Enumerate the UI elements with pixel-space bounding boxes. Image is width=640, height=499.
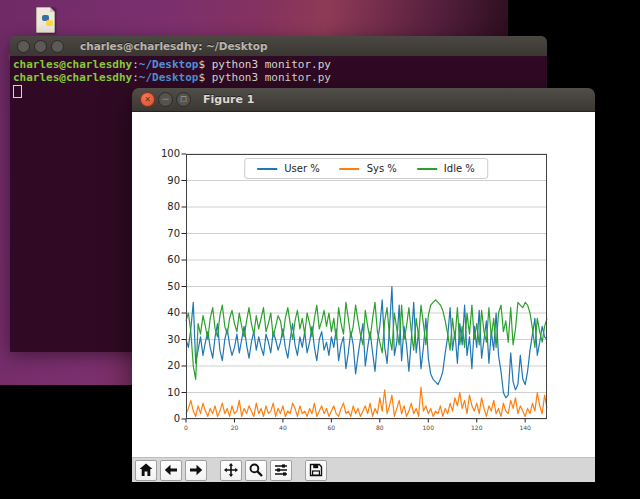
prompt-path: ~/Desktop [139, 58, 199, 71]
x-tick-label: 80 [372, 424, 388, 431]
figure-close-icon[interactable]: ✕ [140, 92, 155, 107]
sys-series-line [186, 387, 547, 416]
figure-window: ✕ — □ Figure 1 0102030405060708090100 02… [132, 88, 595, 481]
figure-canvas[interactable]: 0102030405060708090100 02040608010012014… [132, 112, 595, 457]
save-floppy-icon [309, 463, 323, 477]
prompt-separator: : [132, 58, 139, 71]
python-file-icon[interactable] [34, 7, 56, 34]
back-arrow-icon [164, 463, 178, 477]
terminal-close-icon[interactable] [17, 40, 30, 53]
legend-label: Idle % [444, 163, 475, 174]
legend-line-swatch [257, 168, 277, 170]
x-tick-label: 60 [323, 424, 339, 431]
home-button[interactable] [135, 460, 157, 481]
line-chart[interactable] [186, 154, 547, 419]
file-page-shape [36, 7, 55, 33]
user-series-line [186, 287, 547, 398]
sliders-icon [274, 463, 288, 477]
legend-line-swatch [340, 168, 360, 170]
figure-maximize-icon[interactable]: □ [176, 92, 191, 107]
y-tick-label: 40 [152, 307, 180, 319]
y-tick-label: 80 [152, 201, 180, 213]
y-tick-label: 50 [152, 281, 180, 293]
prompt-separator: : [132, 71, 139, 84]
matplotlib-toolbar [132, 457, 595, 482]
y-tick-label: 0 [152, 413, 180, 425]
back-button[interactable] [160, 460, 182, 481]
x-tick-label: 20 [226, 424, 242, 431]
pan-button[interactable] [220, 460, 242, 481]
legend-item: Idle % [417, 163, 475, 174]
desktop-screen: n charles@charlesdhy: ~/Desktop charles@… [0, 0, 640, 499]
command-text: python3 monitor.py [205, 58, 331, 71]
legend-label: User % [284, 163, 319, 174]
forward-button[interactable] [185, 460, 207, 481]
terminal-titlebar[interactable]: charles@charlesdhy: ~/Desktop [10, 36, 547, 56]
chart-legend: User %Sys %Idle % [244, 158, 488, 179]
terminal-maximize-icon[interactable] [51, 40, 64, 53]
configure-subplots-button[interactable] [270, 460, 292, 481]
home-icon [139, 463, 153, 477]
python-logo-icon [42, 15, 53, 26]
y-tick-label: 100 [152, 148, 180, 160]
x-tick-label: 0 [178, 424, 194, 431]
figure-title: Figure 1 [203, 93, 254, 106]
x-tick-label: 100 [420, 424, 436, 431]
prompt-user: charles@charlesdhy [13, 71, 132, 84]
terminal-prompt-line: charles@charlesdhy:~/Desktop$ python3 mo… [13, 71, 547, 84]
x-tick-label: 140 [517, 424, 533, 431]
terminal-title: charles@charlesdhy: ~/Desktop [80, 40, 268, 52]
pan-move-icon [224, 463, 238, 477]
y-tick-label: 70 [152, 228, 180, 240]
prompt-user: charles@charlesdhy [13, 58, 132, 71]
terminal-minimize-icon[interactable] [34, 40, 47, 53]
legend-item: User % [257, 163, 319, 174]
legend-line-swatch [417, 168, 437, 170]
legend-item: Sys % [340, 163, 397, 174]
x-tick-label: 40 [275, 424, 291, 431]
figure-minimize-icon[interactable]: — [158, 92, 173, 107]
save-button[interactable] [305, 460, 327, 481]
command-text: python3 monitor.py [205, 71, 331, 84]
y-tick-label: 90 [152, 175, 180, 187]
y-tick-label: 30 [152, 334, 180, 346]
prompt-path: ~/Desktop [139, 71, 199, 84]
terminal-cursor [13, 85, 22, 98]
forward-arrow-icon [189, 463, 203, 477]
y-tick-label: 20 [152, 360, 180, 372]
magnifier-icon [249, 463, 263, 477]
y-tick-label: 10 [152, 387, 180, 399]
zoom-button[interactable] [245, 460, 267, 481]
page-fold [50, 7, 55, 12]
x-tick-label: 120 [469, 424, 485, 431]
y-tick-label: 60 [152, 254, 180, 266]
terminal-prompt-line: charles@charlesdhy:~/Desktop$ python3 mo… [13, 58, 547, 71]
figure-titlebar[interactable]: ✕ — □ Figure 1 [132, 88, 595, 112]
legend-label: Sys % [367, 163, 397, 174]
